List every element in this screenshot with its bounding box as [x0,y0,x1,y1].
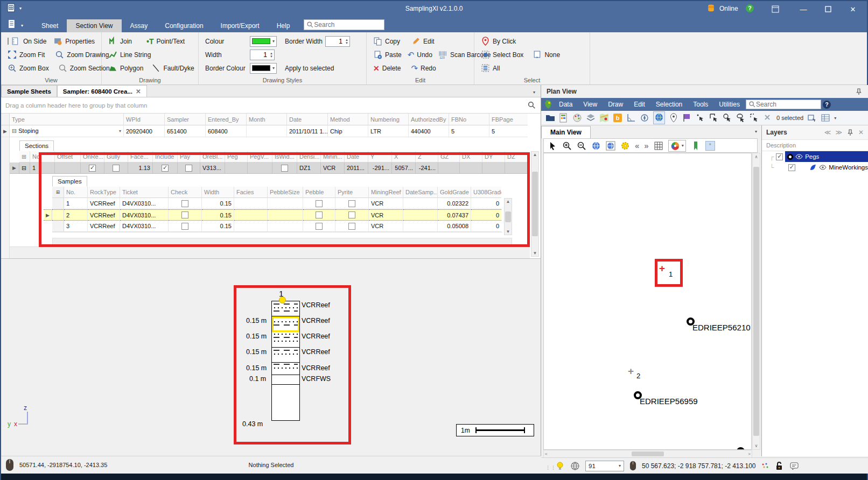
scell-dy[interactable] [482,163,505,174]
on-side-checkbox[interactable] [8,38,9,45]
cell-entered-by[interactable]: 608400 [206,125,247,137]
application-menu-icon[interactable] [8,19,17,30]
scell-face[interactable]: 1.13 [128,163,153,174]
cell-wpid[interactable]: 20920400 [124,125,165,137]
iswide-checkbox[interactable] [281,165,288,172]
tab-assay[interactable]: Assay [122,19,157,32]
pin-icon[interactable] [855,88,863,95]
mcol-datesamp[interactable]: DateSamp... [403,187,438,198]
scol-dx[interactable]: DX [460,151,482,163]
grid-search-icon[interactable] [527,101,536,110]
map-icon[interactable] [599,113,609,123]
undo-button[interactable]: Undo [417,51,432,59]
sections-grid-row[interactable]: ▶ ⊟ 1 1.13 V313... DZ1 VCR 2011... -291.… [10,163,530,174]
cell-goldgrade[interactable]: 0.02322 [438,198,471,209]
scell-minin[interactable]: VCR [321,163,345,174]
scell-x[interactable]: 5057... [392,163,416,174]
rect-select-icon[interactable] [709,113,719,123]
search-input[interactable] [314,21,373,29]
cell-pebblesize[interactable] [268,209,303,221]
strat-segment-3[interactable] [272,332,299,348]
zoom-out-icon[interactable] [577,141,586,151]
scroll-up-icon[interactable]: ▲ [506,199,510,204]
redo-button[interactable]: Redo [421,65,436,72]
toolbar-overflow-caret-icon[interactable]: ▾ [834,116,836,121]
menu-draw[interactable]: Draw [603,99,628,110]
cell-pyrite[interactable] [335,198,369,209]
mcol-facies[interactable]: Facies [234,187,268,198]
cell-width[interactable]: 0.15 [202,209,234,221]
pyrite-checkbox[interactable] [348,223,355,230]
tab-sampler[interactable]: Sampler: 608400 Crea... ✕ [57,85,147,97]
cell-pebblesize[interactable] [268,198,303,209]
polygon-select-icon[interactable] [750,113,759,123]
cell-datesamp[interactable] [403,221,438,232]
report-icon[interactable] [559,113,569,123]
scell-peg[interactable] [225,163,248,174]
sections-vscrollbar[interactable]: ▲ ▼ [531,151,539,257]
scol-pegv[interactable]: PegV... [248,151,272,163]
onreef-checkbox[interactable] [89,165,96,172]
tab-sample-sheets[interactable]: Sample Sheets [1,85,57,97]
cell-check[interactable] [169,209,202,221]
line-string-button[interactable]: Line String [120,51,151,59]
mcol-no[interactable]: No. [64,187,88,198]
col-fbno[interactable]: FBNo [449,114,489,125]
view-list-caret-icon[interactable]: ▾ [755,129,757,134]
scell-pay[interactable] [178,163,200,174]
tab-close-icon[interactable]: ✕ [136,88,141,95]
location-pin-icon[interactable] [669,113,678,123]
scol-offset[interactable]: Offset [55,151,81,163]
mcol-miningreef[interactable]: MiningReef [369,187,403,198]
mcol-pebblesize[interactable]: PebbleSize [268,187,303,198]
palette-icon[interactable] [572,113,582,123]
tab-section-view[interactable]: Section View [67,19,121,32]
gully-checkbox[interactable] [113,165,120,172]
maximize-button[interactable] [817,2,839,16]
pay-checkbox[interactable] [185,165,192,172]
asterisk-button[interactable]: * [705,141,715,151]
scell-no[interactable]: 1 [30,163,55,174]
angle-measure-icon[interactable] [626,113,636,123]
scol-dz[interactable]: DZ [505,151,528,163]
main-view-tab[interactable]: Main View [541,126,591,138]
plan-canvas[interactable]: + 1 EDRIEEP56210 + 2 EDRIEEP56959 ED + 3… [543,153,752,450]
cell-u308grade[interactable]: 0 [471,209,501,221]
strat-segment-6[interactable] [272,375,299,385]
colour-scheme-picker[interactable]: ▾ [668,140,686,152]
grid-toggle-icon[interactable] [654,141,663,151]
lasso-select-icon[interactable] [736,113,746,123]
cell-miningreef[interactable]: VCR [369,198,403,209]
cell-goldgrade[interactable]: 0.07437 [438,209,471,221]
border-colour-picker[interactable]: ▾ [250,63,277,74]
cell-facies[interactable] [234,209,268,221]
minimize-button[interactable]: — [793,2,814,16]
sections-scroll-thumb[interactable] [532,172,538,236]
width-input[interactable] [250,51,269,59]
include-checkbox[interactable] [162,165,169,172]
colour-picker[interactable]: ▾ [250,36,277,47]
strat-segment-1[interactable] [272,301,299,316]
pyrite-checkbox[interactable] [348,200,355,207]
zoom-in-icon[interactable] [562,141,572,151]
scell-include[interactable] [153,163,178,174]
col-numbering[interactable]: Numbering [368,114,409,125]
sphere-icon[interactable] [570,461,580,471]
mcol-pyrite[interactable]: Pyrite [335,187,369,198]
scell-dx[interactable] [460,163,482,174]
previous-view-icon[interactable]: « [635,141,639,150]
application-menu-caret-icon[interactable]: ▾ [21,23,23,28]
col-wpid[interactable]: WPId [124,114,165,125]
flag-icon[interactable] [682,113,692,123]
cell-pebble[interactable] [303,209,335,221]
pebble-checkbox[interactable] [316,223,323,230]
scroll-down-icon[interactable]: ▼ [533,251,537,256]
cell-ticket[interactable]: D4VX0310... [120,221,169,232]
col-type[interactable]: Type [10,114,124,125]
section-collapse-icon[interactable]: ⊟ [19,163,30,174]
zoom-extents-icon[interactable] [606,141,615,151]
strat-column[interactable] [271,301,300,421]
cell-width[interactable]: 0.15 [202,221,234,232]
scale-combo[interactable]: 91 ▾ [585,461,624,471]
cell-miningreef[interactable]: VCR [369,221,403,232]
